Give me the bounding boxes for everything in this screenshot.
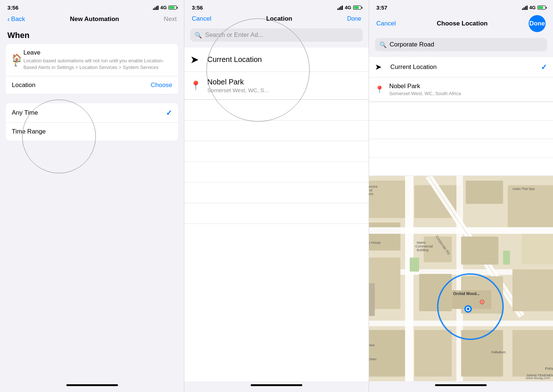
- time-3: 3:57: [376, 4, 387, 11]
- next-button-1[interactable]: Next: [164, 15, 177, 23]
- time-group: Any Time ✓ Time Range: [6, 103, 178, 141]
- map-svg: Toyota Service Centre and Spare Parts ro…: [369, 176, 553, 381]
- nobel-park-text-3: Nobel Park Somerset West, WC, South Afri…: [389, 83, 461, 96]
- time-range-label: Time Range: [12, 128, 46, 135]
- svg-rect-27: [503, 251, 510, 265]
- current-location-text-3: Current Location: [390, 63, 437, 71]
- home-bar-3: [435, 384, 487, 386]
- nav-title-1: New Automation: [70, 15, 119, 23]
- empty-row-2b: [184, 121, 368, 141]
- choose-button[interactable]: Choose: [151, 81, 173, 89]
- location-list-3: ➤ Current Location ✓ 📍 Nobel Park Somers…: [369, 57, 553, 176]
- svg-text:Toyota Service: Toyota Service: [369, 185, 378, 188]
- svg-rect-5: [508, 185, 553, 227]
- current-location-item-3[interactable]: ➤ Current Location ✓: [369, 57, 553, 77]
- empty-row-2f: [184, 203, 368, 224]
- svg-rect-18: [419, 274, 452, 311]
- signal-icon-2: [337, 6, 343, 10]
- nobel-park-text-2: Nobel Park Somerset West, WC, S...: [207, 78, 268, 93]
- any-time-label: Any Time: [12, 109, 38, 117]
- svg-text:Matrix: Matrix: [417, 241, 426, 244]
- empty-row-3b: [369, 121, 553, 139]
- status-icons-2: 4G: [337, 5, 361, 10]
- svg-text:Mr Mac's Kitchen: Mr Mac's Kitchen: [369, 357, 376, 361]
- svg-rect-26: [410, 258, 419, 272]
- svg-text:Enjoy P...: Enjoy P...: [545, 367, 553, 370]
- svg-rect-20: [512, 269, 553, 311]
- screen1-content: When 🏠 🚶 Leave Location-based automation…: [0, 28, 184, 381]
- svg-rect-2: [369, 223, 400, 251]
- home-bar-1: [66, 384, 118, 386]
- search-bar-3[interactable]: 🔍 Corporate Road: [375, 38, 547, 51]
- empty-row-2c: [184, 141, 368, 162]
- status-icons-3: 4G: [522, 5, 546, 10]
- done-button-2[interactable]: Done: [347, 15, 361, 22]
- svg-rect-11: [369, 320, 553, 326]
- empty-row-2e: [184, 183, 368, 203]
- leave-label: Leave: [23, 49, 172, 56]
- location-row: Location Choose: [6, 76, 178, 94]
- time-range-item[interactable]: Time Range: [6, 123, 178, 141]
- search-icon-2: 🔍: [195, 32, 202, 39]
- svg-rect-22: [414, 330, 452, 377]
- signal-icon-1: [153, 6, 159, 10]
- selected-checkmark-3: ✓: [541, 63, 547, 72]
- nobel-park-item-3[interactable]: 📍 Nobel Park Somerset West, WC, South Af…: [369, 77, 553, 102]
- leave-group: 🏠 🚶 Leave Location-based automations wil…: [6, 44, 178, 94]
- svg-text:Centre and: Centre and: [369, 188, 372, 192]
- search-bar-2[interactable]: 🔍 Search or Enter Ad...: [190, 28, 362, 42]
- empty-row-3c: [369, 139, 553, 157]
- empty-row-3a: [369, 102, 553, 121]
- search-placeholder-2: Search or Enter Ad...: [205, 31, 263, 39]
- done-button-3[interactable]: Done: [529, 15, 546, 32]
- nav-bar-2: Cancel Location Done: [184, 14, 368, 27]
- time-2: 3:56: [192, 4, 203, 11]
- battery-icon-3: [538, 6, 546, 10]
- empty-row-3d: [369, 157, 553, 176]
- svg-rect-21: [369, 330, 405, 377]
- search-value-3: Corporate Road: [390, 41, 434, 48]
- screen3: 3:57 4G Cancel Choose Location Done 🔍 Co…: [369, 0, 553, 392]
- svg-text:Bhaskar House: Bhaskar House: [369, 241, 381, 244]
- cancel-button-2[interactable]: Cancel: [192, 15, 211, 22]
- svg-point-54: [481, 301, 483, 303]
- nav-title-2: Location: [266, 15, 292, 22]
- svg-point-51: [467, 308, 470, 311]
- person-icon: 🚶: [13, 61, 19, 67]
- empty-row-2g: [184, 224, 368, 244]
- screen2: 3:56 4G Cancel Location Done 🔍 Search or…: [184, 0, 369, 392]
- any-time-item[interactable]: Any Time ✓: [6, 103, 178, 123]
- leave-text-block: Leave Location-based automations will no…: [23, 49, 172, 71]
- back-button-1[interactable]: ‹ Back: [7, 15, 25, 23]
- watermark: www.deuag.com: [526, 376, 550, 380]
- nav-title-3: Choose Location: [437, 20, 488, 27]
- location-list-2: ➤ Current Location 📍 Nobel Park Somerset…: [184, 48, 368, 381]
- map-container[interactable]: Toyota Service Centre and Spare Parts ro…: [369, 176, 553, 381]
- svg-rect-17: [369, 283, 375, 316]
- svg-rect-6: [522, 232, 553, 265]
- nobel-park-sub-3: Somerset West, WC, South Africa: [389, 91, 461, 96]
- status-icons-1: 4G: [153, 5, 177, 10]
- cancel-button-3[interactable]: Cancel: [376, 20, 396, 27]
- nobel-park-item-2[interactable]: 📍 Nobel Park Somerset West, WC, S...: [184, 72, 368, 100]
- nobel-park-sub-2: Somerset West, WC, S...: [207, 87, 268, 93]
- current-location-item-2[interactable]: ➤ Current Location: [184, 48, 368, 72]
- svg-text:Spare Parts: Spare Parts: [369, 192, 373, 196]
- pin-icon-3: 📍: [375, 85, 384, 94]
- status-bar-2: 3:56 4G: [184, 0, 368, 14]
- status-bar-1: 3:56 4G: [0, 0, 184, 14]
- battery-icon-2: [353, 6, 361, 10]
- leave-item[interactable]: 🏠 🚶 Leave Location-based automations wil…: [6, 44, 178, 76]
- home-bar-2: [251, 384, 302, 386]
- svg-rect-4: [466, 181, 503, 204]
- empty-row-2d: [184, 162, 368, 183]
- svg-text:Orchid Wood...: Orchid Wood...: [453, 292, 480, 296]
- when-header: When: [0, 28, 184, 42]
- back-label-1: Back: [11, 15, 25, 23]
- nobel-park-label-3: Nobel Park: [389, 83, 461, 90]
- network-type-3: 4G: [529, 5, 536, 10]
- nobel-park-label-2: Nobel Park: [207, 78, 268, 86]
- map-background: Toyota Service Centre and Spare Parts ro…: [369, 176, 553, 381]
- svg-rect-7: [405, 176, 413, 381]
- leave-icon-stack: 🏠 🚶: [12, 53, 19, 67]
